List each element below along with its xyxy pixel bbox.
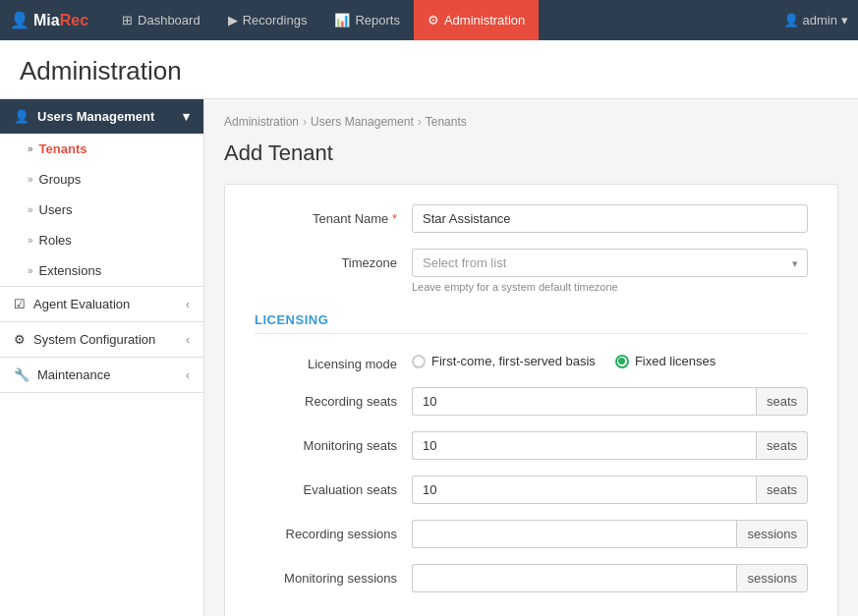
recording-seats-input[interactable] bbox=[412, 387, 756, 416]
nav-dashboard-label: Dashboard bbox=[138, 13, 200, 28]
sidebar-maintenance-header[interactable]: 🔧 Maintenance ‹ bbox=[0, 358, 203, 393]
page-header: Administration bbox=[0, 40, 858, 99]
nav-administration-label: Administration bbox=[444, 13, 525, 28]
nav-recordings-label: Recordings bbox=[243, 13, 308, 28]
breadcrumb: Administration › Users Management › Tena… bbox=[224, 115, 838, 129]
brand-logo[interactable]: 👤 MiaRec bbox=[10, 11, 88, 29]
required-indicator: * bbox=[392, 211, 397, 226]
sidebar-users-management-header[interactable]: 👤 Users Management ▾ bbox=[0, 99, 203, 134]
agent-evaluation-label: Agent Evaluation bbox=[33, 297, 130, 311]
sidebar-item-extensions[interactable]: » Extensions bbox=[0, 255, 203, 286]
users-management-label: Users Management bbox=[37, 109, 154, 124]
licensing-mode-label: Licensing mode bbox=[255, 350, 412, 371]
tenant-name-control bbox=[412, 204, 808, 233]
top-navigation: 👤 MiaRec ⊞ Dashboard ▶ Recordings 📊 Repo… bbox=[0, 0, 858, 40]
tenant-name-label: Tenant Name * bbox=[255, 204, 412, 226]
tenant-name-row: Tenant Name * bbox=[255, 204, 808, 233]
monitoring-seats-row: Monitoring seats seats bbox=[255, 431, 808, 460]
breadcrumb-users-management[interactable]: Users Management bbox=[311, 115, 414, 129]
reports-icon: 📊 bbox=[334, 13, 350, 28]
nav-reports-label: Reports bbox=[355, 13, 400, 28]
nav-reports[interactable]: 📊 Reports bbox=[320, 0, 414, 40]
sidebar-item-tenants[interactable]: » Tenants bbox=[0, 134, 203, 164]
chevron-icon: ‹ bbox=[186, 298, 190, 311]
evaluation-seats-row: Evaluation seats seats bbox=[255, 476, 808, 504]
arrow-icon: » bbox=[28, 235, 33, 246]
licensing-mode-row: Licensing mode First-come, first-served … bbox=[255, 350, 808, 371]
tenants-label: Tenants bbox=[39, 141, 87, 156]
page-title: Administration bbox=[20, 56, 838, 86]
groups-label: Groups bbox=[39, 172, 82, 187]
licensing-radio-group: First-come, first-served basis Fixed lic… bbox=[412, 350, 808, 368]
chevron-icon: ‹ bbox=[186, 333, 190, 347]
recording-seats-label: Recording seats bbox=[255, 387, 412, 409]
extensions-label: Extensions bbox=[39, 263, 102, 278]
sidebar-item-users[interactable]: » Users bbox=[0, 195, 203, 225]
monitoring-sessions-input[interactable] bbox=[412, 564, 736, 592]
monitoring-sessions-unit: sessions bbox=[736, 564, 808, 592]
system-config-icon: ⚙ bbox=[14, 332, 26, 347]
timezone-select-wrap: Select from list ▾ bbox=[412, 249, 808, 277]
radio-unchecked bbox=[412, 355, 426, 368]
licensing-option1[interactable]: First-come, first-served basis bbox=[412, 354, 596, 368]
form-actions: Save bbox=[255, 608, 808, 616]
recording-sessions-label: Recording sessions bbox=[255, 520, 412, 541]
timezone-row: Timezone Select from list ▾ Leave empty … bbox=[255, 249, 808, 293]
evaluation-seats-unit: seats bbox=[756, 476, 808, 504]
users-label: Users bbox=[39, 202, 73, 217]
licensing-option2[interactable]: Fixed licenses bbox=[615, 354, 715, 368]
monitoring-seats-label: Monitoring seats bbox=[255, 431, 412, 453]
user-menu[interactable]: 👤 admin ▾ bbox=[783, 13, 848, 28]
content-area: 👤 Users Management ▾ » Tenants » Groups … bbox=[0, 99, 858, 616]
arrow-icon: » bbox=[28, 174, 33, 185]
roles-label: Roles bbox=[39, 233, 72, 248]
recording-sessions-input-wrap: sessions bbox=[412, 520, 808, 548]
sidebar: 👤 Users Management ▾ » Tenants » Groups … bbox=[0, 99, 204, 616]
monitoring-seats-input[interactable] bbox=[412, 431, 756, 460]
username-label: admin bbox=[803, 13, 837, 28]
arrow-icon: » bbox=[28, 204, 33, 215]
licensing-option2-label: Fixed licenses bbox=[635, 354, 715, 368]
monitoring-sessions-input-wrap: sessions bbox=[412, 564, 808, 592]
evaluation-seats-input-wrap: seats bbox=[412, 476, 808, 504]
timezone-select[interactable]: Select from list bbox=[412, 249, 808, 277]
sidebar-users-items: » Tenants » Groups » Users » Roles » Ext… bbox=[0, 134, 203, 287]
monitoring-sessions-label: Monitoring sessions bbox=[255, 564, 412, 586]
evaluation-seats-input[interactable] bbox=[412, 476, 756, 504]
sidebar-agent-evaluation-header[interactable]: ☑ Agent Evaluation ‹ bbox=[0, 287, 203, 322]
licensing-section-header: LICENSING bbox=[255, 312, 808, 334]
recording-seats-input-wrap: seats bbox=[412, 387, 808, 416]
sidebar-system-config-header[interactable]: ⚙ System Configuration ‹ bbox=[0, 322, 203, 358]
nav-dashboard[interactable]: ⊞ Dashboard bbox=[108, 0, 214, 40]
brand-name: MiaRec bbox=[33, 12, 88, 29]
nav-recordings[interactable]: ▶ Recordings bbox=[214, 0, 321, 40]
administration-icon: ⚙ bbox=[428, 13, 439, 28]
dashboard-icon: ⊞ bbox=[122, 13, 133, 28]
sidebar-item-groups[interactable]: » Groups bbox=[0, 164, 203, 195]
user-dropdown-icon: ▾ bbox=[841, 13, 848, 28]
evaluation-seats-label: Evaluation seats bbox=[255, 476, 412, 497]
recording-sessions-control: sessions bbox=[412, 520, 808, 548]
monitoring-sessions-control: sessions bbox=[412, 564, 808, 592]
form-panel: Tenant Name * Timezone Select from list … bbox=[224, 184, 838, 616]
recording-sessions-unit: sessions bbox=[736, 520, 808, 548]
monitoring-sessions-row: Monitoring sessions sessions bbox=[255, 564, 808, 592]
recording-sessions-input[interactable] bbox=[412, 520, 736, 548]
nav-administration[interactable]: ⚙ Administration bbox=[414, 0, 539, 40]
form-title: Add Tenant bbox=[224, 140, 838, 166]
collapse-icon: ▾ bbox=[183, 109, 190, 124]
monitoring-seats-unit: seats bbox=[756, 431, 808, 460]
tenant-name-input[interactable] bbox=[412, 204, 808, 233]
timezone-label: Timezone bbox=[255, 249, 412, 270]
sidebar-item-roles[interactable]: » Roles bbox=[0, 225, 203, 255]
main-content: Administration › Users Management › Tena… bbox=[204, 99, 858, 616]
agent-evaluation-icon: ☑ bbox=[14, 297, 26, 311]
timezone-hint: Leave empty for a system default timezon… bbox=[412, 281, 808, 293]
maintenance-icon: 🔧 bbox=[14, 367, 29, 382]
chevron-icon: ‹ bbox=[186, 368, 190, 382]
recording-sessions-row: Recording sessions sessions bbox=[255, 520, 808, 548]
maintenance-label: Maintenance bbox=[37, 367, 110, 382]
breadcrumb-sep1: › bbox=[303, 115, 307, 129]
breadcrumb-administration[interactable]: Administration bbox=[224, 115, 299, 129]
monitoring-seats-control: seats bbox=[412, 431, 808, 460]
